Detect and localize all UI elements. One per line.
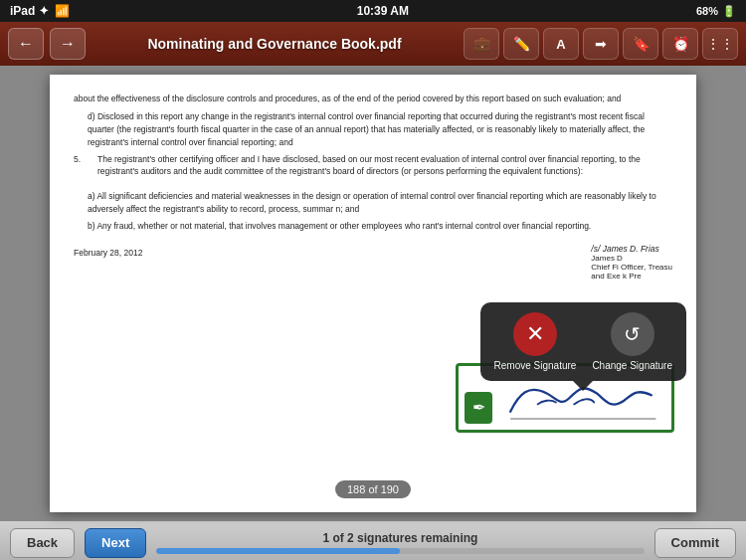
battery-percent: 68% (696, 5, 718, 17)
progress-bar-background (156, 548, 644, 554)
status-bar: iPad ✦ 📶 10:39 AM 68% 🔋 (0, 0, 746, 22)
page-indicator: 188 of 190 (335, 480, 411, 498)
sig-date: February 28, 2012 (74, 248, 142, 258)
remove-signature-icon: ✕ (526, 321, 544, 347)
back-button-bottom[interactable]: Back (10, 528, 75, 558)
back-button[interactable]: ← (8, 28, 44, 60)
top-toolbar: ← → Nominating and Governance Book.pdf 💼… (0, 22, 746, 66)
bottom-toolbar: Back Next 1 of 2 signatures remaining Co… (0, 520, 746, 560)
document-page: about the effectiveness of the disclosur… (50, 75, 696, 512)
document-area: about the effectiveness of the disclosur… (0, 66, 746, 520)
wifi-icon: 📶 (55, 4, 70, 18)
para-b: b) Any fraud, whether or not material, t… (88, 220, 672, 233)
signature-row: February 28, 2012 /s/ James D. Frias Jam… (74, 244, 672, 280)
next-button[interactable]: Next (85, 528, 146, 558)
remove-signature-circle[interactable]: ✕ (513, 312, 557, 356)
para-d: d) Disclosed in this report any change i… (88, 110, 672, 148)
sig-text-block: /s/ James D. Frias James D Chief Fi Offi… (591, 244, 672, 280)
bookmark-icon[interactable]: 🔖 (623, 28, 658, 60)
para-a: a) All significant deficiencies and mate… (88, 190, 672, 216)
status-right: 68% 🔋 (696, 5, 736, 18)
change-signature-label: Change Signature (592, 360, 672, 371)
progress-label: 1 of 2 signatures remaining (322, 531, 477, 545)
toolbar-icons: 💼 ✏️ A ➡ 🔖 ⏰ ⋮⋮ (464, 28, 738, 60)
battery-icon: 🔋 (722, 5, 736, 18)
share-icon[interactable]: ➡ (583, 28, 619, 60)
item5-number: 5. (74, 153, 90, 185)
sig-date-block: February 28, 2012 (74, 244, 142, 258)
status-time: 10:39 AM (357, 4, 409, 18)
sig-title3: and Exe k Pre (591, 272, 672, 280)
remove-signature-item[interactable]: ✕ Remove Signature (494, 312, 577, 371)
clock-icon[interactable]: ⏰ (662, 28, 698, 60)
sig-title1: James D (591, 254, 672, 263)
item5-text: The registrant's other certifying office… (97, 153, 672, 179)
commit-button[interactable]: Commit (654, 528, 736, 558)
font-icon[interactable]: A (543, 28, 579, 60)
pen-icon[interactable]: ✏️ (503, 28, 539, 60)
sig-name-italic: /s/ James D. Frias (591, 244, 672, 254)
document-title: Nominating and Governance Book.pdf (92, 36, 458, 52)
change-signature-icon: ↺ (624, 322, 641, 346)
signature-popup-menu: ✕ Remove Signature ↺ Change Signature (480, 302, 686, 381)
para-about: about the effectiveness of the disclosur… (74, 93, 672, 105)
grid-icon[interactable]: ⋮⋮ (702, 28, 738, 60)
signature-pen-icon: ✒ (465, 392, 492, 424)
change-signature-item[interactable]: ↺ Change Signature (592, 312, 672, 371)
briefcase-icon[interactable]: 💼 (464, 28, 499, 60)
forward-button[interactable]: → (50, 28, 86, 60)
sig-title2: Chief Fi Officer, Treasu (591, 263, 672, 272)
progress-bar-fill (156, 548, 400, 554)
remove-signature-label: Remove Signature (494, 360, 577, 371)
status-left: iPad ✦ 📶 (10, 4, 70, 18)
popup-arrow (573, 381, 593, 391)
ipad-label: iPad ✦ (10, 4, 49, 18)
progress-area: 1 of 2 signatures remaining (156, 531, 644, 554)
document-text: about the effectiveness of the disclosur… (74, 93, 672, 233)
change-signature-circle[interactable]: ↺ (611, 312, 654, 356)
